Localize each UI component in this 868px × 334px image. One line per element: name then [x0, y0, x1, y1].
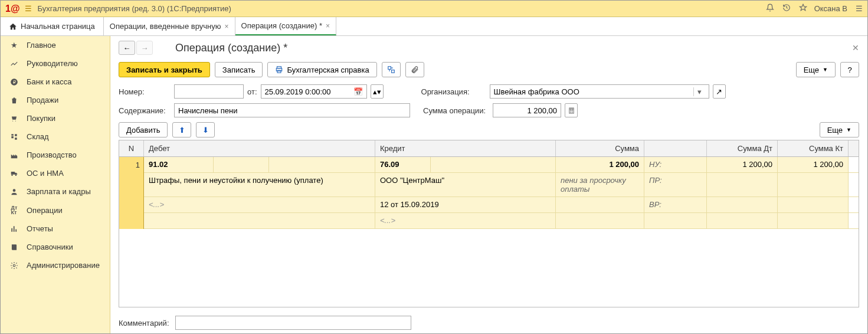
link-icon	[387, 66, 395, 74]
more-button[interactable]: Еще▼	[796, 62, 836, 77]
close-page-icon[interactable]: ✕	[852, 43, 859, 53]
tab-label: Операция (создание) *	[241, 21, 322, 30]
add-row-button[interactable]: Добавить	[119, 122, 168, 137]
menu-icon[interactable]: ☰	[25, 4, 32, 13]
col-sumkt[interactable]: Сумма Кт	[778, 140, 849, 156]
app-logo-icon: 1@	[5, 4, 20, 14]
svg-point-14	[572, 112, 572, 112]
grid-header: N Дебет Кредит Сумма Сумма Дт Сумма Кт	[119, 140, 859, 157]
nu-label-cell[interactable]: НУ:	[644, 157, 707, 172]
table-more-button[interactable]: Еще▼	[820, 122, 859, 137]
cell[interactable]	[778, 213, 849, 228]
col-credit[interactable]: Кредит	[375, 140, 556, 156]
help-button[interactable]: ?	[840, 62, 859, 77]
debit-sub1-cell[interactable]: Штрафы, пени и неустойки к получению (уп…	[144, 173, 375, 197]
number-input[interactable]	[174, 84, 244, 99]
history-icon[interactable]	[782, 4, 791, 14]
sumkt-cell[interactable]: 1 200,00	[778, 157, 849, 172]
cell[interactable]	[707, 197, 778, 212]
label-comment: Комментарий:	[119, 319, 171, 328]
save-close-button[interactable]: Записать и закрыть	[119, 62, 210, 77]
report-button[interactable]: Бухгалтерская справка	[267, 62, 376, 77]
dtkt-icon: ДтКт	[9, 205, 19, 215]
sidebar-item-production[interactable]: Производство	[1, 146, 110, 164]
label-from: от:	[247, 87, 257, 96]
arrow-up-icon: ⬆	[179, 126, 185, 135]
sidebar-item-assets[interactable]: ОС и НМА	[1, 164, 110, 182]
save-button[interactable]: Записать	[215, 62, 263, 77]
sidebar-item-purchases[interactable]: Покупки	[1, 109, 110, 127]
debit-sub2-cell[interactable]: <...>	[144, 197, 375, 212]
tab-home[interactable]: Начальная страница	[1, 17, 104, 35]
cell[interactable]	[214, 157, 269, 172]
sidebar-item-operations[interactable]: ДтКтОперации	[1, 201, 110, 220]
nav-back-button[interactable]: ←	[119, 41, 135, 55]
note-cell[interactable]: пени за просрочку оплаты	[556, 173, 644, 197]
calculator-icon	[568, 107, 575, 114]
col-sum[interactable]: Сумма	[556, 140, 644, 156]
desc-input[interactable]	[174, 103, 410, 117]
move-down-button[interactable]: ⬇	[196, 122, 215, 137]
attach-button[interactable]	[405, 62, 424, 77]
date-input[interactable]: 25.09.2019 0:00:00 📅	[261, 84, 367, 99]
cell[interactable]	[644, 213, 707, 228]
opsum-input[interactable]	[493, 103, 561, 117]
table-row[interactable]: 1 91.02 76.09 1 200,00 НУ: 1 200,00	[119, 157, 859, 229]
cell[interactable]	[556, 213, 644, 228]
cell[interactable]	[144, 213, 375, 228]
user-dropdown-icon[interactable]: ☰	[856, 4, 863, 13]
col-debit[interactable]: Дебет	[144, 140, 375, 156]
tab-home-label: Начальная страница	[21, 22, 95, 31]
pr-label-cell[interactable]: ПР:	[644, 173, 707, 197]
tab-operations-list[interactable]: Операции, введенные вручную ×	[104, 17, 235, 35]
credit-sub2-cell[interactable]: 12 от 15.09.2019	[375, 197, 556, 212]
cell[interactable]	[707, 173, 778, 197]
col-extra[interactable]	[644, 140, 707, 156]
star-icon[interactable]	[799, 4, 807, 14]
sidebar-item-admin[interactable]: Администрирование	[1, 256, 110, 274]
sidebar-item-bank[interactable]: ₽Банк и касса	[1, 73, 110, 91]
sidebar-item-manager[interactable]: Руководителю	[1, 54, 110, 73]
cell[interactable]	[556, 197, 644, 212]
sidebar-item-main[interactable]: ★Главное	[1, 36, 110, 54]
comment-input[interactable]	[175, 316, 411, 330]
link-button[interactable]	[382, 62, 401, 77]
org-select[interactable]: Швейная фабрика ООО ▾	[490, 84, 709, 99]
tab-operation-create[interactable]: Операция (создание) * ×	[235, 17, 336, 35]
cell[interactable]	[431, 157, 556, 172]
move-up-button[interactable]: ⬆	[172, 122, 191, 137]
cell[interactable]	[269, 157, 375, 172]
chevron-down-icon[interactable]: ▾	[693, 87, 705, 96]
sum-cell[interactable]: 1 200,00	[556, 157, 644, 172]
date-spin-button[interactable]: ▴▾	[371, 84, 384, 99]
col-sumdt[interactable]: Сумма Дт	[707, 140, 778, 156]
sidebar-item-hr[interactable]: Зарплата и кадры	[1, 182, 110, 201]
sidebar-item-catalogs[interactable]: Справочники	[1, 238, 110, 256]
sidebar-item-sales[interactable]: Продажи	[1, 91, 110, 109]
user-name[interactable]: Оксана В	[814, 4, 847, 13]
cell[interactable]	[778, 197, 849, 212]
bell-icon[interactable]	[766, 4, 774, 14]
credit-sub3-cell[interactable]: <...>	[375, 213, 556, 228]
cell[interactable]	[707, 213, 778, 228]
nav-forward-button[interactable]: →	[136, 41, 153, 55]
col-n[interactable]: N	[119, 140, 144, 156]
sidebar-item-reports[interactable]: Отчеты	[1, 220, 110, 238]
vr-label-cell[interactable]: ВР:	[644, 197, 707, 212]
credit-account-cell[interactable]: 76.09	[375, 157, 431, 172]
debit-account-cell[interactable]: 91.02	[144, 157, 214, 172]
sidebar-item-stock[interactable]: Склад	[1, 127, 110, 146]
org-open-button[interactable]: ↗	[713, 84, 726, 99]
close-icon[interactable]: ×	[225, 22, 229, 31]
calc-button[interactable]	[565, 103, 578, 117]
paperclip-icon	[411, 66, 419, 74]
page-title: Операция (создание) *	[175, 42, 287, 54]
cell[interactable]	[778, 173, 849, 197]
book-icon	[9, 243, 19, 251]
close-icon[interactable]: ×	[326, 22, 330, 30]
sumdt-cell[interactable]: 1 200,00	[707, 157, 778, 172]
chevron-down-icon: ▼	[823, 67, 828, 73]
label-org: Организация:	[421, 87, 486, 96]
credit-sub1-cell[interactable]: ООО "ЦентрМаш"	[375, 173, 556, 197]
calendar-icon[interactable]: 📅	[353, 87, 363, 96]
